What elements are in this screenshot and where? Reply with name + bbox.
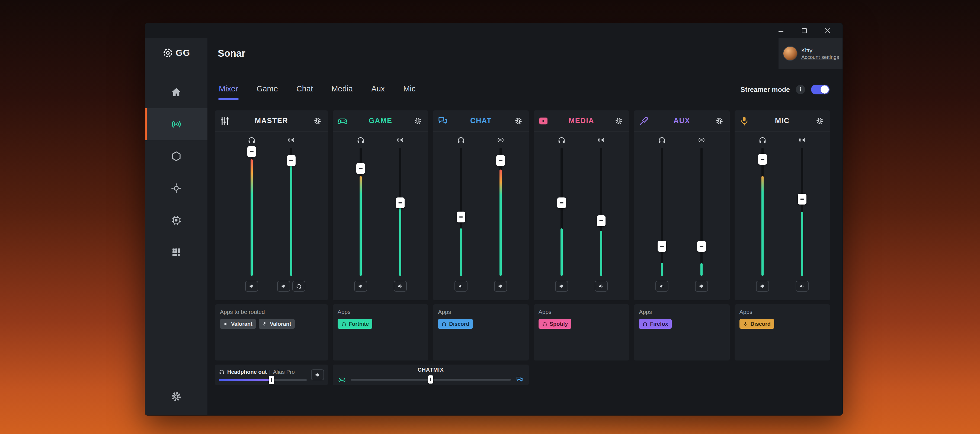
headphone-out-panel: Headphone out | Alias Pro: [215, 365, 328, 385]
slider-handle[interactable]: [356, 163, 365, 174]
chat-stream-mute-button[interactable]: [494, 281, 507, 292]
chat-headphone-volume-slider[interactable]: [457, 148, 465, 276]
app-chip-discord[interactable]: Discord: [438, 319, 473, 329]
mic-headphone-volume-slider[interactable]: [758, 148, 767, 276]
channel-settings-button[interactable]: [814, 115, 826, 127]
maximize-button[interactable]: [801, 27, 808, 34]
app-chip-label: Spotify: [550, 321, 568, 327]
game-stream-volume-slider[interactable]: [396, 148, 404, 276]
mic-stream-mute-button[interactable]: [795, 281, 809, 292]
app-chip-fortnite[interactable]: Fortnite: [337, 319, 372, 329]
slider-handle[interactable]: [758, 154, 767, 164]
tab-chat[interactable]: Chat: [296, 80, 313, 100]
streamer-mode-toggle[interactable]: [811, 85, 829, 94]
master-stream-volume-slider[interactable]: [287, 148, 296, 276]
tab-mic[interactable]: Mic: [402, 80, 416, 100]
minimize-button[interactable]: [778, 27, 784, 34]
sidebar-item-engine[interactable]: [145, 140, 207, 172]
slider-handle[interactable]: [269, 376, 274, 384]
slider-track: [661, 148, 663, 276]
sidebar-item-apps[interactable]: [145, 236, 207, 268]
media-headphone-volume-slider[interactable]: [557, 148, 566, 276]
slider-handle[interactable]: [658, 241, 666, 252]
master-stream-mute-button[interactable]: [277, 281, 290, 292]
speaker-icon: [281, 283, 286, 289]
game-stream-mute-button[interactable]: [394, 281, 407, 292]
gear-icon: [715, 117, 724, 125]
account-settings-link[interactable]: Account settings: [801, 54, 839, 60]
master-headphone-volume-slider[interactable]: [247, 148, 256, 276]
sidebar-item-sonar[interactable]: [145, 108, 207, 140]
page-title: Sonar: [218, 48, 245, 59]
slider-handle[interactable]: [798, 194, 807, 204]
sidebar-item-settings[interactable]: [170, 391, 182, 402]
master-sidetone-button[interactable]: [292, 281, 305, 292]
channel-settings-button[interactable]: [412, 115, 424, 127]
master-headphone-mute-button[interactable]: [245, 281, 258, 292]
slider-handle[interactable]: [557, 198, 566, 208]
headphones-icon: [441, 321, 447, 327]
broadcast-icon: [697, 136, 706, 144]
broadcast-icon: [496, 136, 504, 144]
headphone-out-mute-button[interactable]: [311, 369, 324, 380]
app-chip-spotify[interactable]: Spotify: [539, 319, 572, 329]
avatar[interactable]: [783, 46, 797, 61]
aux-stream-mute-button[interactable]: [695, 281, 708, 292]
tab-aux[interactable]: Aux: [371, 80, 385, 100]
headphones-icon: [658, 136, 666, 144]
mic-stream-volume-slider[interactable]: [798, 148, 807, 276]
sidebar-item-moments[interactable]: [145, 172, 207, 204]
slider-handle[interactable]: [396, 198, 404, 208]
mic-headphone-mute-button[interactable]: [756, 281, 769, 292]
app-chip-valorant[interactable]: Valorant: [220, 319, 256, 329]
user-box[interactable]: Kitty Account settings: [778, 38, 843, 69]
slider-handle[interactable]: [457, 212, 465, 222]
info-icon[interactable]: i: [796, 85, 805, 94]
chatmix-panel: CHATMIX: [333, 365, 529, 385]
sidebar-item-hardware[interactable]: [145, 204, 207, 236]
level-meter: [560, 228, 563, 276]
speaker-icon: [223, 321, 229, 327]
channel-settings-button[interactable]: [312, 115, 323, 127]
apps-label: Apps: [438, 309, 523, 315]
chat-stream-volume-slider[interactable]: [496, 148, 505, 276]
level-meter: [700, 263, 703, 276]
chat-headphone-mute-button[interactable]: [455, 281, 468, 292]
aux-stream-volume-slider[interactable]: [697, 148, 706, 276]
slider-handle[interactable]: [697, 241, 706, 252]
aux-headphone-volume-slider[interactable]: [658, 148, 666, 276]
headphone-out-slider[interactable]: [219, 379, 307, 381]
headphones-icon: [457, 136, 465, 144]
titlebar: [145, 23, 843, 38]
close-button[interactable]: [824, 27, 831, 34]
chatmix-slider[interactable]: [351, 379, 511, 381]
slider-handle[interactable]: [597, 215, 606, 226]
channel-settings-button[interactable]: [613, 115, 625, 127]
tab-game[interactable]: Game: [256, 80, 278, 100]
app-chip-discord[interactable]: Discord: [740, 319, 774, 329]
slider-handle[interactable]: [496, 155, 505, 166]
slider-handle[interactable]: [247, 146, 256, 157]
app-chip-valorant[interactable]: Valorant: [259, 319, 295, 329]
channel-title: MASTER: [215, 116, 328, 125]
chatmix-handle[interactable]: [428, 375, 433, 383]
tab-media[interactable]: Media: [331, 80, 353, 100]
speaker-icon: [397, 283, 403, 289]
tab-mixer[interactable]: Mixer: [218, 80, 239, 100]
media-headphone-mute-button[interactable]: [555, 281, 568, 292]
game-headphone-volume-slider[interactable]: [356, 148, 365, 276]
broadcast-icon: [597, 136, 605, 144]
channel-settings-button[interactable]: [512, 115, 525, 127]
media-stream-volume-slider[interactable]: [597, 148, 606, 276]
app-chip-firefox[interactable]: Firefox: [639, 319, 672, 329]
channel-settings-button[interactable]: [713, 115, 725, 127]
media-stream-mute-button[interactable]: [595, 281, 608, 292]
main-area: Sonar Kitty Account settings Mixer Game …: [207, 38, 843, 415]
slider-handle[interactable]: [287, 155, 296, 166]
aux-headphone-mute-button[interactable]: [655, 281, 668, 292]
game-headphone-mute-button[interactable]: [354, 281, 367, 292]
level-meter: [600, 231, 602, 276]
broadcast-icon: [396, 136, 404, 144]
apps-label: Apps: [539, 309, 624, 315]
sidebar-item-home[interactable]: [145, 76, 207, 108]
